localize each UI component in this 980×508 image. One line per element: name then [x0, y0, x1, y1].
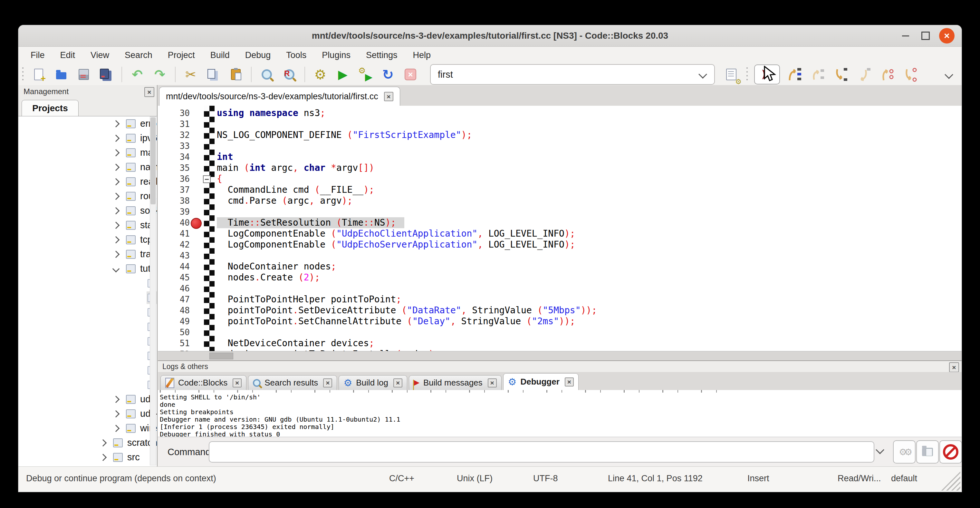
editor-hscrollbar[interactable]	[158, 351, 962, 360]
tree-item-reall[interactable]: reall	[18, 174, 157, 189]
menu-debug[interactable]: Debug	[237, 50, 278, 60]
log-tab-debugger[interactable]: ⚙Debugger×	[503, 373, 579, 390]
line-number[interactable]: 31	[158, 119, 190, 130]
tree-item-th[interactable]: th	[18, 377, 157, 392]
tree-item-tcp[interactable]: tcp	[18, 233, 157, 247]
breakpoint-icon[interactable]	[191, 218, 202, 229]
toolbar-grip[interactable]	[21, 66, 25, 83]
next-instruction-button[interactable]	[878, 66, 895, 83]
log-tab-build-log[interactable]: ⚙Build log×	[339, 375, 407, 390]
debugger-settings-button[interactable]: ⚙⚙	[893, 440, 916, 463]
next-line-button[interactable]	[809, 66, 826, 83]
tree-item-si[interactable]: si	[18, 363, 157, 377]
menu-view[interactable]: View	[83, 50, 117, 60]
new-file-button[interactable]: +	[31, 66, 46, 83]
tree-item-udp[interactable]: udp	[18, 392, 157, 406]
build-button[interactable]: ⚙	[312, 66, 328, 83]
line-number[interactable]: 37	[158, 185, 190, 195]
build-target-options-button[interactable]: ⚙	[724, 66, 739, 83]
chevron-right-icon[interactable]	[100, 454, 107, 461]
step-out-button[interactable]	[855, 66, 872, 83]
line-number[interactable]: 45	[158, 272, 190, 283]
line-number[interactable]: 50	[158, 327, 190, 338]
save-all-button[interactable]	[99, 66, 114, 83]
chevron-right-icon[interactable]	[113, 410, 120, 417]
command-combobox[interactable]	[209, 441, 874, 463]
menu-build[interactable]: Build	[203, 50, 237, 60]
line-number[interactable]: 33	[158, 140, 190, 151]
line-number[interactable]: 39	[158, 206, 190, 217]
menu-file[interactable]: File	[23, 50, 52, 60]
run-to-cursor-button[interactable]	[786, 66, 802, 83]
fold-collapse-icon[interactable]	[203, 175, 211, 183]
menu-project[interactable]: Project	[160, 50, 203, 60]
tree-item-fif[interactable]: fif	[18, 276, 157, 290]
tree-item-se[interactable]: se	[18, 334, 157, 349]
line-number[interactable]: 41	[158, 228, 190, 239]
code-area[interactable]: 30using namespace ns3;3132NS_LOG_COMPONE…	[158, 106, 962, 351]
management-close-button[interactable]: ×	[144, 87, 154, 97]
tree-item-fo[interactable]: fo	[18, 305, 157, 319]
editor-tab-first-cc[interactable]: mnt/dev/tools/source/ns-3-dev/examples/t…	[159, 87, 400, 106]
chevron-down-icon[interactable]	[113, 265, 120, 272]
toolbar-grip[interactable]	[745, 66, 749, 83]
tree-scrollbar[interactable]	[150, 116, 156, 465]
log-tab-code-blocks[interactable]: Code::Blocks×	[161, 375, 247, 390]
line-number[interactable]: 34	[158, 151, 190, 162]
tree-item-ipv6[interactable]: ipv6	[18, 131, 157, 145]
log-tab-search-results[interactable]: Search results×	[248, 375, 337, 390]
save-button[interactable]	[76, 66, 91, 83]
chevron-right-icon[interactable]	[113, 250, 120, 258]
cut-button[interactable]: ✂	[183, 66, 199, 83]
tree-item-trafl[interactable]: trafl	[18, 247, 157, 261]
editor-hscrollbar-thumb[interactable]	[209, 353, 233, 359]
chevron-right-icon[interactable]	[113, 134, 120, 142]
line-number[interactable]: 36	[158, 174, 190, 185]
rebuild-button[interactable]: ↻	[380, 66, 396, 83]
tab-projects[interactable]: Projects	[22, 100, 79, 116]
open-file-button[interactable]	[54, 66, 69, 83]
tree-item-rout[interactable]: rout	[18, 189, 157, 204]
chevron-right-icon[interactable]	[113, 120, 120, 127]
copy-button[interactable]	[205, 66, 221, 83]
log-tab-build-messages[interactable]: Build messages×	[409, 375, 501, 390]
tree-item-nam[interactable]: nam	[18, 160, 157, 174]
close-button[interactable]: ×	[939, 28, 955, 43]
line-number[interactable]: 40	[158, 217, 190, 228]
chevron-right-icon[interactable]	[113, 149, 120, 156]
line-number[interactable]: 47	[158, 294, 190, 305]
toolbar-overflow-chevron-icon[interactable]	[945, 70, 953, 79]
line-number[interactable]: 38	[158, 195, 190, 206]
build-and-run-button[interactable]: ⚙▶	[358, 66, 373, 83]
log-tab-close-button[interactable]: ×	[393, 378, 402, 387]
menu-search[interactable]: Search	[117, 50, 160, 60]
chevron-right-icon[interactable]	[113, 207, 120, 214]
tree-item-erro[interactable]: erro	[18, 116, 157, 131]
line-number[interactable]: 42	[158, 239, 190, 250]
chevron-down-icon[interactable]	[698, 70, 707, 79]
tree-item-se[interactable]: se	[18, 349, 157, 363]
log-tab-close-button[interactable]: ×	[565, 377, 574, 387]
line-number[interactable]: 48	[158, 305, 190, 316]
minimize-button[interactable]	[898, 28, 913, 43]
command-chevron-down-icon[interactable]	[876, 446, 884, 454]
chevron-right-icon[interactable]	[100, 439, 107, 446]
log-tab-close-button[interactable]: ×	[488, 378, 497, 387]
chevron-right-icon[interactable]	[113, 425, 120, 432]
tree-item-fir[interactable]: fir	[18, 290, 157, 305]
menu-edit[interactable]: Edit	[52, 50, 83, 60]
editor-tab-close-button[interactable]: ×	[384, 92, 393, 101]
tree-scrollbar-thumb[interactable]	[150, 117, 156, 204]
menu-settings[interactable]: Settings	[358, 50, 405, 60]
tree-item-stat[interactable]: stat	[18, 218, 157, 233]
logs-close-button[interactable]: ×	[949, 362, 959, 372]
step-into-button[interactable]	[832, 66, 849, 83]
menu-plugins[interactable]: Plugins	[314, 50, 358, 60]
line-number[interactable]: 35	[158, 162, 190, 174]
tree-item-wire[interactable]: wire	[18, 421, 157, 435]
step-into-instruction-button[interactable]	[902, 66, 918, 83]
tree-item-sock[interactable]: sock	[18, 204, 157, 218]
run-button[interactable]: ▶	[335, 66, 350, 83]
line-number[interactable]: 43	[158, 250, 190, 261]
tree-item-he[interactable]: he	[18, 319, 157, 334]
